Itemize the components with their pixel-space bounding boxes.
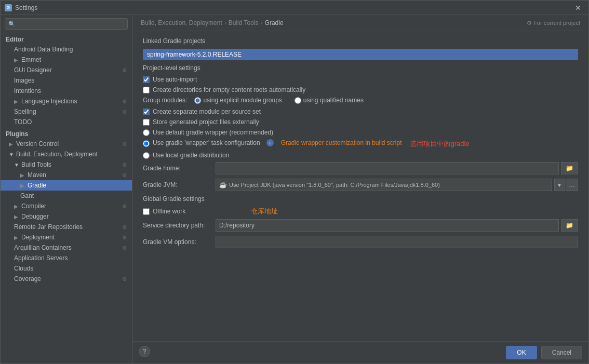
- use-local-gradle-row: Use local gradle distribution: [143, 152, 578, 159]
- gradle-jvm-row: Gradle JVM: ☕ Use Project JDK (java vers…: [143, 179, 578, 191]
- settings-icon: ⚙: [122, 172, 127, 178]
- sidebar-item-gant[interactable]: Gant: [1, 191, 132, 201]
- use-gradle-wrapper-task-radio[interactable]: [143, 140, 150, 147]
- use-gradle-wrapper-task-label: Use gradle 'wrapper' task configuration: [153, 139, 260, 146]
- gradle-home-row: Gradle home: 📁: [143, 162, 578, 174]
- gradle-wrapper-link[interactable]: Gradle wrapper customization in build sc…: [281, 139, 402, 146]
- settings-content: Linked Gradle projects spring-framework-…: [132, 31, 588, 341]
- gradle-jvm-select[interactable]: ☕ Use Project JDK (java version "1.8.0_6…: [216, 179, 552, 191]
- annotation-red: 选用项目中的gradle: [410, 139, 469, 149]
- expand-open-icon: ▼: [9, 152, 14, 157]
- sidebar-item-remote-jar[interactable]: Remote Jar Repositories ⚙: [1, 222, 132, 232]
- expand-icon: ▶: [14, 204, 19, 209]
- gradle-home-label: Gradle home:: [143, 165, 216, 172]
- use-default-wrapper-label: Use default gradle wrapper (recommended): [153, 129, 273, 136]
- window-title: Settings: [15, 4, 572, 11]
- store-generated-checkbox[interactable]: [143, 119, 150, 126]
- sidebar-item-spelling[interactable]: Spelling ⚙: [1, 106, 132, 117]
- gradle-vm-input[interactable]: [216, 236, 578, 248]
- item-label: Maven: [28, 171, 46, 179]
- sidebar-item-todo[interactable]: TODO: [1, 117, 132, 127]
- use-default-wrapper-row: Use default gradle wrapper (recommended): [143, 129, 578, 136]
- sidebar-item-deployment[interactable]: ▶ Deployment ⚙: [1, 232, 132, 242]
- search-box[interactable]: 🔍: [5, 18, 128, 30]
- sidebar-item-intentions[interactable]: Intentions: [1, 86, 132, 96]
- use-local-gradle-radio[interactable]: [143, 152, 150, 159]
- item-label: Gradle: [28, 182, 46, 189]
- settings-icon: ⚙: [122, 109, 127, 115]
- help-button[interactable]: ?: [139, 346, 150, 357]
- sidebar: 🔍 Editor Android Data Binding ▶ Emmet GU…: [1, 15, 132, 363]
- create-directories-row: Create directories for empty content roo…: [143, 86, 578, 93]
- use-default-wrapper-radio[interactable]: [143, 129, 150, 136]
- sidebar-item-compiler[interactable]: ▶ Compiler ⚙: [1, 201, 132, 211]
- window-icon: ⚙: [5, 4, 12, 11]
- close-button[interactable]: ✕: [572, 3, 584, 13]
- search-icon: 🔍: [8, 21, 16, 28]
- jdk-more-button[interactable]: …: [566, 179, 578, 191]
- settings-icon: ⚙: [122, 235, 127, 240]
- item-label: Arquillian Containers: [14, 244, 72, 251]
- gradle-home-browse-button[interactable]: 📁: [561, 162, 578, 174]
- service-directory-input[interactable]: [216, 219, 559, 232]
- cancel-button[interactable]: Cancel: [541, 346, 582, 359]
- settings-icon: ⚙: [122, 224, 127, 230]
- search-input[interactable]: [18, 20, 124, 28]
- item-label: Version Control: [16, 140, 59, 147]
- item-label: Intentions: [14, 87, 41, 95]
- item-label: Remote Jar Repositories: [14, 223, 83, 231]
- sidebar-item-android-data-binding[interactable]: Android Data Binding: [1, 44, 132, 55]
- radio-qualified-option[interactable]: using qualified names: [295, 97, 364, 104]
- radio-explicit[interactable]: [194, 97, 201, 104]
- expand-icon: ▶: [20, 183, 25, 188]
- sidebar-item-build-tools-parent[interactable]: ▼ Build Tools ⚙: [1, 159, 132, 170]
- offline-work-checkbox[interactable]: [143, 208, 150, 215]
- info-icon[interactable]: i: [266, 139, 274, 146]
- sidebar-item-images[interactable]: Images: [1, 75, 132, 86]
- settings-icon: ⚙: [122, 141, 127, 147]
- create-directories-checkbox[interactable]: [143, 87, 150, 93]
- sidebar-item-coverage[interactable]: Coverage ⚙: [1, 274, 132, 284]
- for-project-label[interactable]: ⚙ For current project: [527, 20, 580, 26]
- item-label: Gant: [20, 192, 34, 199]
- settings-icon: ⚙: [122, 68, 127, 73]
- radio-explicit-option[interactable]: using explicit module groups: [194, 97, 282, 104]
- sidebar-item-app-servers[interactable]: Application Servers: [1, 253, 132, 263]
- item-label: Images: [14, 77, 34, 84]
- breadcrumb-current: Gradle: [265, 19, 284, 26]
- create-directories-label: Create directories for empty content roo…: [153, 86, 305, 93]
- global-gradle-title: Global Gradle settings: [143, 195, 578, 203]
- radio-qualified[interactable]: [295, 97, 301, 104]
- item-label: Coverage: [14, 275, 41, 282]
- jdk-dropdown-button[interactable]: ▼: [554, 179, 565, 191]
- sidebar-item-clouds[interactable]: Clouds: [1, 263, 132, 274]
- main-content: 🔍 Editor Android Data Binding ▶ Emmet GU…: [1, 15, 588, 363]
- jdk-value: Use Project JDK (java version "1.8.0_60"…: [229, 182, 440, 188]
- sidebar-item-version-control[interactable]: ▶ Version Control ⚙: [1, 139, 132, 149]
- sidebar-item-gui-designer[interactable]: GUI Designer ⚙: [1, 65, 132, 75]
- service-directory-browse-button[interactable]: 📁: [561, 219, 578, 232]
- sidebar-item-debugger[interactable]: ▶ Debugger: [1, 211, 132, 222]
- group-modules-label: Group modules:: [143, 97, 187, 104]
- sidebar-item-gradle[interactable]: ▶ Gradle: [1, 180, 132, 191]
- create-separate-module-checkbox[interactable]: [143, 109, 150, 115]
- breadcrumb-sep1: ›: [224, 19, 226, 26]
- settings-icon: ⚙: [122, 99, 127, 104]
- linked-project-item[interactable]: spring-framework-5.2.0.RELEASE: [143, 49, 578, 60]
- item-label: Emmet: [21, 56, 41, 63]
- gradle-home-input[interactable]: [216, 162, 559, 174]
- plugins-section: Plugins: [1, 127, 132, 139]
- use-auto-import-label: Use auto-import: [153, 76, 197, 83]
- sidebar-item-maven[interactable]: ▶ Maven ⚙: [1, 170, 132, 180]
- sidebar-item-language-injections[interactable]: ▶ Language Injections ⚙: [1, 96, 132, 106]
- item-label: GUI Designer: [14, 66, 52, 74]
- project-level-title: Project-level settings: [143, 64, 578, 72]
- store-generated-row: Store generated project files externally: [143, 118, 578, 126]
- service-directory-label: Service directory path:: [143, 222, 216, 229]
- use-auto-import-checkbox[interactable]: [143, 76, 150, 83]
- expand-icon: ▶: [9, 141, 14, 147]
- sidebar-item-build-execution[interactable]: ▼ Build, Execution, Deployment: [1, 149, 132, 159]
- sidebar-item-arquillian[interactable]: Arquillian Containers ⚙: [1, 242, 132, 253]
- sidebar-item-emmet[interactable]: ▶ Emmet: [1, 55, 132, 65]
- ok-button[interactable]: OK: [506, 346, 537, 359]
